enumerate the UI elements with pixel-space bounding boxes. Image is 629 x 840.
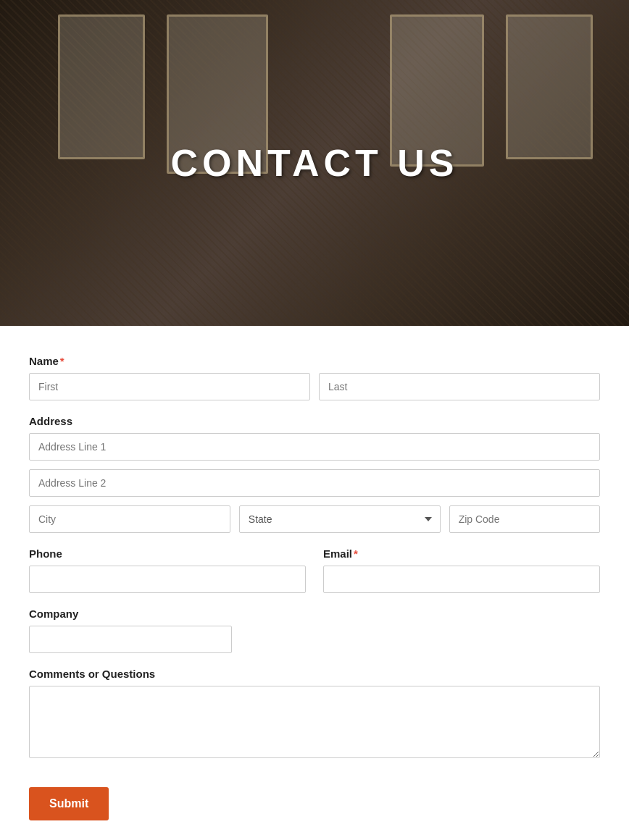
city-state-zip-row: StateALAKAZARCACOCTDEFLGAHIIDILINIAKSKYL… [29,505,600,533]
email-required-star: * [354,547,358,560]
city-wrapper [29,505,230,533]
company-label: Company [29,608,600,620]
address-label: Address [29,415,600,427]
city-input[interactable] [29,505,230,533]
name-label: Name* [29,355,600,367]
submit-button[interactable]: Submit [29,787,109,820]
comments-label: Comments or Questions [29,668,600,680]
address-line2-wrapper [29,469,600,497]
last-name-input[interactable] [319,373,600,400]
email-field-group: Email* [323,547,600,593]
first-name-input[interactable] [29,373,310,400]
contact-form-container: Name* Address StateALAKAZARCACOCTDEFLGAH… [0,326,629,840]
zip-input[interactable] [449,505,600,533]
state-select[interactable]: StateALAKAZARCACOCTDEFLGAHIIDILINIAKSKYL… [239,505,441,533]
phone-input[interactable] [29,566,306,593]
name-field-group: Name* [29,355,600,400]
phone-email-row: Phone Email* [29,547,600,593]
page-title: CONTACT US [170,141,458,185]
address-line1-input[interactable] [29,433,600,461]
address-field-group: Address StateALAKAZARCACOCTDEFLGAHIIDILI… [29,415,600,533]
comments-textarea[interactable] [29,686,600,758]
hero-section: CONTACT US [0,0,629,326]
phone-field-group: Phone [29,547,306,593]
email-label: Email* [323,547,600,560]
email-input[interactable] [323,566,600,593]
address-line1-wrapper [29,433,600,461]
mirror-decoration-1 [58,14,145,159]
name-input-row [29,373,600,400]
company-input[interactable] [29,626,232,653]
phone-label: Phone [29,547,306,560]
address-line2-input[interactable] [29,469,600,497]
mirror-decoration-4 [506,14,593,159]
name-required-star: * [60,355,64,367]
comments-field-group: Comments or Questions [29,668,600,761]
company-field-group: Company [29,608,600,653]
state-wrapper: StateALAKAZARCACOCTDEFLGAHIIDILINIAKSKYL… [239,505,441,533]
zip-wrapper [449,505,600,533]
